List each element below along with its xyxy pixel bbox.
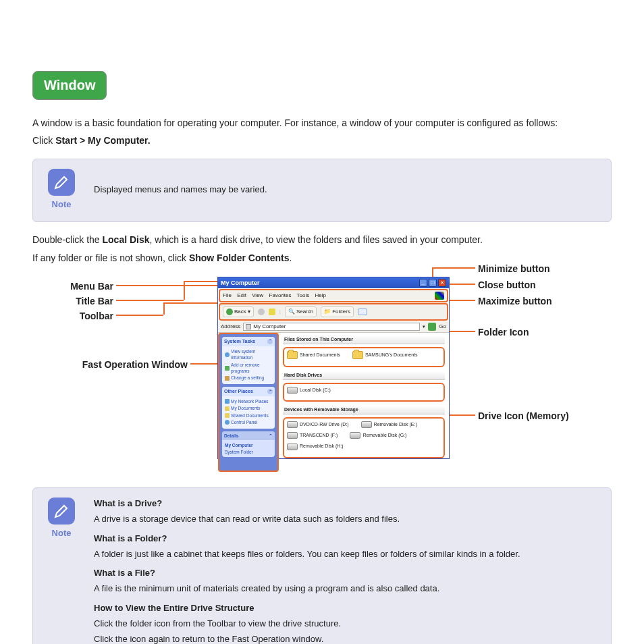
para2: Double-click the Local Disk, which is a …	[32, 233, 612, 246]
callout-minimize: Minimize button	[478, 262, 550, 275]
up-button[interactable]	[269, 308, 275, 315]
q-folder: What is a Folder?	[94, 533, 599, 545]
link-my-documents[interactable]: My Documents	[225, 405, 272, 411]
callout-toolbar: Toolbar	[32, 309, 113, 323]
callout-folder-icon: Folder Icon	[478, 325, 529, 339]
click-path: Start > My Computer.	[55, 135, 150, 146]
note-label: Note	[45, 527, 78, 540]
minimize-button[interactable]: _	[419, 279, 427, 287]
drive-removable-h[interactable]: Removable Disk (H:)	[287, 443, 344, 450]
other-places-panel: Other Places⌃ My Network Places My Docum…	[222, 387, 275, 429]
note-left: Note	[45, 498, 78, 644]
section-removable: Devices with Removable Storage	[283, 406, 445, 414]
folder-samsung-documents[interactable]: SAMSUNG's Documents	[352, 351, 418, 359]
address-label: Address	[221, 323, 240, 331]
link-add-remove[interactable]: Add or remove programs	[225, 362, 272, 375]
folder-icon	[287, 351, 298, 359]
address-bar: Address My Computer ▾ Go	[218, 321, 449, 333]
section-files-stored: Files Stored on This Computer	[283, 336, 445, 344]
drive-transcend-f[interactable]: TRANSCEND (F:)	[287, 432, 338, 439]
menu-tools[interactable]: Tools	[297, 292, 310, 298]
hdd-highlight: Local Disk (C:)	[283, 383, 445, 402]
link-network-places[interactable]: My Network Places	[225, 398, 272, 404]
q-structure: How to View the Entire Drive Structure	[94, 602, 599, 615]
menu-favorites[interactable]: Favorites	[269, 292, 292, 298]
click-prefix: Click	[32, 135, 55, 146]
menu-file[interactable]: File	[223, 292, 232, 298]
folders-highlight: Shared Documents SAMSUNG's Documents	[283, 347, 445, 367]
go-label: Go	[439, 323, 446, 331]
callout-menu-bar: Menu Bar	[32, 279, 113, 293]
callout-maximize: Maximize button	[478, 294, 552, 308]
link-change-setting[interactable]: Change a setting	[225, 375, 272, 381]
collapse-icon[interactable]: ⌃	[267, 339, 273, 344]
fast-operation-window: System Tasks⌃ View system information Ad…	[218, 333, 279, 472]
drive-icon	[287, 432, 298, 439]
note-box-1: Note Displayed menus and names may be va…	[32, 159, 612, 223]
link-shared-documents[interactable]: Shared Documents	[225, 412, 272, 419]
window-title-text: My Computer	[221, 279, 260, 288]
drive-icon	[287, 444, 298, 450]
menu-edit[interactable]: Edit	[237, 292, 246, 298]
callout-title-bar: Title Bar	[32, 294, 113, 308]
callout-close: Close button	[478, 278, 536, 292]
collapse-icon[interactable]: ⌃	[267, 389, 273, 394]
a-drive: A drive is a storage device that can rea…	[94, 513, 599, 526]
drive-icon	[361, 421, 372, 428]
views-button[interactable]	[358, 308, 367, 315]
pencil-icon	[48, 169, 75, 196]
q-drive: What is a Drive?	[94, 498, 599, 510]
menu-view[interactable]: View	[252, 292, 263, 298]
forward-button[interactable]	[258, 308, 265, 315]
drive-removable-e[interactable]: Removable Disk (E:)	[361, 421, 417, 428]
intro-text: A window is a basic foundation for opera…	[32, 116, 612, 130]
collapse-icon[interactable]: ⌃	[269, 433, 273, 439]
back-button[interactable]: Back ▾	[223, 306, 254, 317]
link-system-info[interactable]: View system information	[225, 348, 272, 361]
drive-icon	[287, 387, 298, 394]
click-instruction: Click Start > My Computer.	[32, 134, 612, 147]
note-body: Displayed menus and names may be varied.	[94, 169, 599, 211]
drive-removable-g[interactable]: Removable Disk (G:)	[350, 432, 406, 439]
note-label: Note	[45, 198, 78, 211]
address-input[interactable]: My Computer	[243, 323, 420, 331]
drive-dvd[interactable]: DVD/CD-RW Drive (D:)	[287, 421, 349, 428]
maximize-button[interactable]: □	[429, 279, 437, 287]
window-mockup: My Computer _ □ × File Edit View Favorit…	[217, 277, 450, 459]
toolbar: Back ▾ | 🔍 Search 📁 Folders	[219, 303, 448, 321]
back-icon	[226, 308, 233, 315]
note1-text: Displayed menus and names may be varied.	[94, 184, 267, 196]
system-tasks-panel: System Tasks⌃ View system information Ad…	[222, 337, 275, 384]
a-folder: A folder is just like a cabinet that kee…	[94, 548, 599, 561]
window-controls: _ □ ×	[419, 279, 446, 287]
removable-highlight: DVD/CD-RW Drive (D:) Removable Disk (E:)…	[283, 417, 445, 458]
note-left: Note	[45, 169, 78, 211]
q-file: What is a File?	[94, 567, 599, 580]
pencil-icon	[48, 498, 75, 525]
folder-icon	[352, 351, 363, 359]
close-button[interactable]: ×	[438, 279, 446, 287]
drive-local-disk-c[interactable]: Local Disk (C:)	[287, 387, 331, 394]
title-bar: My Computer _ □ ×	[218, 277, 449, 288]
search-button[interactable]: 🔍 Search	[285, 306, 317, 317]
content-pane: Files Stored on This Computer Shared Doc…	[279, 333, 449, 472]
drive-icon	[287, 421, 298, 428]
note-box-2: Note What is a Drive? A drive is a stora…	[32, 487, 612, 644]
computer-icon	[246, 324, 251, 329]
drive-icon	[350, 432, 360, 439]
callout-drive-icon: Drive Icon (Memory)	[478, 409, 569, 423]
a-file: A file is the minimum unit of materials …	[94, 583, 599, 595]
menu-help[interactable]: Help	[315, 292, 326, 298]
a-structure-2: Click the icon again to return to the Fa…	[94, 633, 599, 644]
window-diagram: Menu Bar Title Bar Toolbar Fast Operatio…	[32, 274, 612, 477]
windows-logo-icon	[435, 292, 444, 300]
section-hdd: Hard Disk Drives	[283, 371, 445, 380]
folders-button[interactable]: 📁 Folders	[321, 306, 354, 317]
menu-bar: File Edit View Favorites Tools Help	[219, 289, 448, 302]
callout-fast-op: Fast Operation Window	[32, 358, 188, 371]
link-control-panel[interactable]: Control Panel	[225, 419, 272, 425]
folder-shared-documents[interactable]: Shared Documents	[287, 351, 340, 359]
note-body: What is a Drive? A drive is a storage de…	[94, 498, 599, 644]
details-panel: Details⌃ My Computer System Folder	[222, 431, 275, 457]
go-button[interactable]	[428, 323, 436, 331]
